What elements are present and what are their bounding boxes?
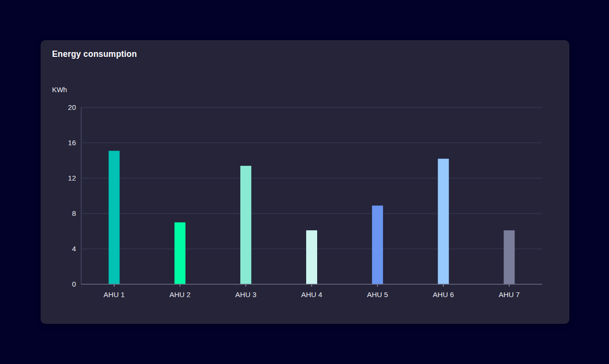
x-tick-label: AHU 2 xyxy=(170,290,191,299)
x-tick-label: AHU 4 xyxy=(301,290,322,299)
bar-ahu-2[interactable] xyxy=(174,223,185,285)
bar-ahu-7[interactable] xyxy=(504,230,515,284)
y-tick-label: 12 xyxy=(68,174,76,182)
page-background: Energy consumption KWh 048121620AHU 1AHU… xyxy=(0,0,609,364)
x-tick-label: AHU 1 xyxy=(104,290,125,299)
y-tick-label: 4 xyxy=(72,245,76,253)
y-tick-label: 0 xyxy=(72,280,76,288)
x-tick-label: AHU 5 xyxy=(367,290,388,299)
y-tick-label: 8 xyxy=(72,209,76,217)
bar-ahu-4[interactable] xyxy=(306,230,317,284)
energy-consumption-card: Energy consumption KWh 048121620AHU 1AHU… xyxy=(41,40,569,324)
x-tick-label: AHU 7 xyxy=(499,290,520,299)
energy-bar-chart: 048121620AHU 1AHU 2AHU 3AHU 4AHU 5AHU 6A… xyxy=(41,40,569,324)
bar-ahu-5[interactable] xyxy=(372,205,383,284)
bar-ahu-6[interactable] xyxy=(438,159,449,284)
y-tick-label: 16 xyxy=(68,139,76,147)
x-tick-label: AHU 6 xyxy=(433,290,454,299)
bar-ahu-1[interactable] xyxy=(108,151,119,284)
x-tick-label: AHU 3 xyxy=(235,290,256,299)
y-tick-label: 20 xyxy=(68,103,76,111)
bar-ahu-3[interactable] xyxy=(240,166,251,284)
